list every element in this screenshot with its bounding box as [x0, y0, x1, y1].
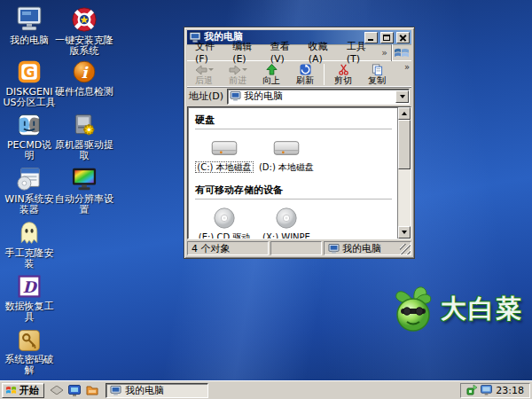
desktop-icon-label: 系统密码破解 — [3, 355, 56, 376]
toolbar: 后退 前进 向上 刷新 剪切 复制 » — [187, 61, 411, 88]
address-bar: 地址(D) 我的电脑 — [187, 88, 411, 106]
desktop-icon-label: 我的电脑 — [3, 35, 56, 46]
copy-icon — [372, 64, 383, 75]
vertical-scrollbar[interactable] — [397, 107, 411, 239]
brand-text: 大白菜 — [441, 292, 523, 327]
desktop-icon-password-crack[interactable]: 系统密码破解 — [3, 324, 56, 376]
cd-icon — [257, 206, 316, 231]
drive-label: (E:) CD 驱动器 — [199, 232, 251, 239]
desktop-icon-my-computer[interactable]: 我的电脑 — [3, 4, 56, 46]
scroll-down-button[interactable] — [398, 226, 411, 239]
tray-hardware-icon[interactable] — [466, 385, 477, 395]
start-button[interactable]: 开始 — [2, 383, 44, 398]
folder-view: 硬盘 (C:) 本地磁盘 (D:) 本地磁盘 — [187, 106, 411, 239]
desktop-icon-driver-extract[interactable]: 原机器驱动提取 — [55, 109, 113, 161]
back-button[interactable]: 后退 — [187, 62, 221, 87]
desktop-icon-auto-resolution[interactable]: 自动分辨率设置 — [55, 163, 113, 215]
forward-icon — [229, 65, 241, 75]
drive-label: (X:) WINPE — [262, 232, 310, 239]
scroll-up-button[interactable] — [398, 107, 411, 120]
address-combobox[interactable]: 我的电脑 — [227, 89, 410, 105]
hdd-icon — [257, 136, 316, 160]
forward-button[interactable]: 前进 — [221, 62, 254, 87]
desktop-icon-label: 数据恢复工具 — [3, 301, 56, 323]
copy-button[interactable]: 复制 — [360, 62, 394, 87]
desktop-icon-label: 硬件信息检测 — [55, 87, 113, 98]
desktop-icon-win-installer[interactable]: WIN系统安装器 — [3, 163, 56, 215]
minimize-icon — [368, 39, 373, 41]
resolution-monitor-icon — [55, 163, 113, 192]
chevron-down-icon — [208, 68, 214, 71]
refresh-button[interactable]: 刷新 — [288, 62, 322, 87]
chevron-down-icon — [242, 68, 247, 71]
tray-display-icon[interactable] — [481, 385, 492, 395]
info-icon: i — [55, 56, 113, 84]
address-computer-icon — [230, 91, 241, 101]
cabbage-mascot-icon — [391, 286, 437, 333]
desktop-icon-onekey-install[interactable]: 一键安装克隆版系统 — [55, 4, 113, 57]
desktop-icon-label: 自动分辨率设置 — [55, 194, 113, 215]
maximize-button[interactable] — [380, 32, 394, 43]
drive-x[interactable]: (X:) WINPE — [257, 206, 316, 239]
status-location-label: 我的电脑 — [342, 242, 381, 255]
desktop-icon-diskgenius[interactable]: G DISKGENIUS分区工具 — [3, 56, 56, 108]
taskbar-button-my-computer[interactable]: 我的电脑 — [106, 383, 208, 398]
resize-grip[interactable] — [400, 244, 411, 254]
scrollbar-track[interactable] — [398, 169, 411, 226]
refresh-icon — [300, 64, 311, 75]
desktop-icon-data-recovery[interactable]: D 数据恢复工具 — [3, 270, 56, 323]
up-icon — [266, 64, 278, 75]
desktop-icon-hardware-info[interactable]: i 硬件信息检测 — [55, 56, 113, 98]
task-button-label: 我的电脑 — [125, 384, 164, 397]
address-dropdown-button[interactable] — [395, 90, 409, 103]
status-location: 我的电脑 — [324, 241, 411, 255]
desktop-icon-label: 手工克隆安装 — [3, 248, 56, 270]
status-computer-icon — [328, 244, 340, 254]
menu-bar: 文件(F) 编辑(E) 查看(V) 收藏(A) 工具(T) » — [187, 44, 411, 61]
group-header-removable: 有可移动存储的设备 — [195, 181, 392, 200]
desktop-icon-label: PECMD说明 — [3, 140, 56, 161]
drive-e[interactable]: (E:) CD 驱动器 — [195, 206, 254, 239]
drive-d[interactable]: (D:) 本地磁盘 — [257, 136, 316, 172]
address-label: 地址(D) — [189, 90, 223, 103]
install-cd-icon — [3, 163, 56, 192]
chevron-down-icon — [400, 95, 405, 98]
lifebuoy-icon — [55, 4, 113, 33]
desktop-icon-pecmd-help[interactable]: PECMD说明 — [3, 109, 56, 161]
up-label: 向上 — [262, 76, 280, 85]
my-computer-icon — [3, 4, 56, 33]
minimize-button[interactable] — [364, 32, 378, 43]
brand-logo: 大白菜 — [391, 286, 523, 333]
maximize-icon — [383, 35, 390, 41]
svg-text:G: G — [24, 64, 35, 81]
menu-overflow-chevron[interactable]: » — [378, 47, 391, 59]
tray-clock: 23:18 — [496, 385, 524, 396]
system-tray: 23:18 — [460, 383, 530, 398]
cut-button[interactable]: 剪切 — [326, 62, 360, 87]
desktop: 我的电脑 一键安装克隆版系统 G DISKGENIUS分区工具 i 硬件信息检测… — [0, 0, 532, 399]
cut-label: 剪切 — [334, 76, 352, 85]
address-value: 我的电脑 — [244, 90, 393, 103]
cd-icon — [195, 206, 254, 231]
drive-label: (D:) 本地磁盘 — [259, 162, 314, 172]
up-button[interactable]: 向上 — [254, 62, 288, 87]
start-flag-icon — [5, 385, 17, 395]
status-panel-empty — [270, 241, 322, 255]
status-object-count: 4 个对象 — [187, 241, 269, 255]
quicklaunch-file-manager-icon[interactable] — [85, 384, 98, 397]
quicklaunch-display-tool-icon[interactable] — [67, 384, 81, 397]
desktop-icon-label: 一键安装克隆版系统 — [55, 35, 113, 57]
desktop-icon-label: DISKGENIUS分区工具 — [3, 87, 56, 108]
refresh-label: 刷新 — [296, 76, 314, 85]
close-button[interactable] — [396, 32, 410, 43]
quicklaunch-show-desktop-icon[interactable] — [50, 384, 63, 397]
chevron-down-icon — [402, 231, 407, 234]
cut-icon — [338, 64, 349, 75]
toolbar-overflow-chevron[interactable]: » — [404, 62, 410, 72]
diskgenius-icon: G — [3, 56, 56, 84]
scrollbar-thumb[interactable] — [398, 120, 411, 169]
key-icon — [3, 324, 56, 352]
drive-c[interactable]: (C:) 本地磁盘 — [195, 136, 254, 172]
quick-launch — [50, 384, 98, 397]
desktop-icon-manual-clone[interactable]: 手工克隆安装 — [3, 217, 56, 270]
